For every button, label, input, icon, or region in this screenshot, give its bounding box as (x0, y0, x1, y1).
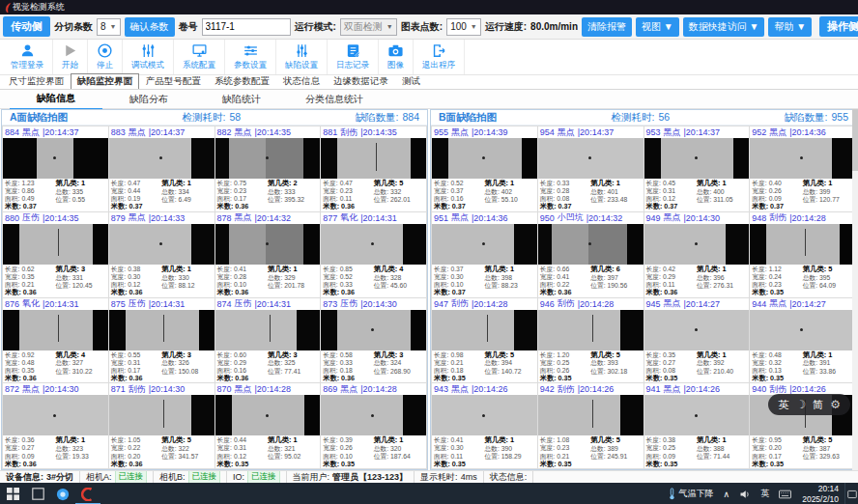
defect-cell[interactable]: 879 黑点 |20:14:33 长度: 0.38 宽度: 0.30 面积: 0… (109, 212, 214, 297)
defect-settings-button[interactable]: 缺陷设置 (276, 40, 328, 74)
task-view-button[interactable] (25, 483, 50, 504)
taskbar-clock[interactable]: 20:14 2025/2/10 (796, 484, 844, 504)
help-menu-button[interactable]: 帮助 ▼ (768, 17, 812, 37)
weather-widget[interactable]: 气温下降 (663, 483, 719, 504)
defect-cell[interactable]: 875 压伤 |20:14:31 长度: 0.55 宽度: 0.31 面积: 0… (109, 298, 214, 383)
defect-thumbnail[interactable] (215, 310, 321, 350)
defect-thumbnail[interactable] (215, 138, 321, 179)
defect-thumbnail[interactable] (109, 138, 214, 179)
tray-chevron-button[interactable]: ∧ (719, 483, 735, 504)
defect-cell[interactable]: 872 黑点 |20:14:30 长度: 0.36 宽度: 0.27 面积: 0… (3, 383, 108, 468)
log-record-button[interactable]: 日志记录 (328, 40, 379, 74)
defect-thumbnail[interactable] (109, 224, 214, 265)
defect-thumbnail[interactable] (3, 138, 108, 179)
tab-test[interactable]: 测试 (395, 73, 427, 89)
action-center-button[interactable] (844, 483, 858, 504)
defect-thumbnail[interactable] (432, 138, 537, 179)
debug-mode-button[interactable]: 调试模式 (123, 40, 174, 74)
defect-cell[interactable]: 949 黑点 |20:14:30 长度: 0.42 宽度: 0.29 面积: 0… (644, 212, 750, 297)
defect-cell[interactable]: 881 刮伤 |20:14:35 长度: 0.47 宽度: 0.23 面积: 0… (321, 126, 426, 211)
defect-thumbnail[interactable] (321, 224, 426, 265)
defect-thumbnail[interactable] (538, 138, 644, 179)
defect-thumbnail[interactable] (321, 395, 426, 435)
slit-count-select[interactable]: 8▼ (97, 18, 121, 36)
defect-thumbnail[interactable] (321, 138, 426, 179)
defect-thumbnail[interactable] (432, 224, 537, 265)
image-button[interactable]: 图像 (379, 40, 414, 74)
defect-thumbnail[interactable] (644, 310, 750, 350)
defect-cell[interactable]: 869 黑点 |20:14:28 长度: 0.39 宽度: 0.26 面积: 0… (321, 383, 426, 468)
defect-cell[interactable]: 871 刮伤 |20:14:30 长度: 1.05 宽度: 0.22 面积: 0… (109, 383, 214, 468)
defect-cell[interactable]: 882 黑点 |20:14:35 长度: 0.75 宽度: 0.23 面积: 0… (215, 126, 321, 211)
inspection-app-taskbar-button[interactable] (75, 483, 100, 504)
defect-thumbnail[interactable] (750, 224, 855, 265)
defect-thumbnail[interactable] (644, 395, 750, 435)
defect-cell[interactable]: 945 黑点 |20:14:27 长度: 0.35 宽度: 0.27 面积: 0… (644, 298, 750, 383)
tab-size-monitor[interactable]: 尺寸监控界面 (2, 73, 71, 89)
defect-cell[interactable]: 947 刮伤 |20:14:28 长度: 0.98 宽度: 0.21 面积: 0… (432, 298, 537, 383)
defect-cell[interactable]: 955 黑点 |20:14:39 长度: 0.52 宽度: 0.37 面积: 0… (432, 126, 537, 211)
defect-cell[interactable]: 950 小凹坑 |20:14:32 长度: 0.66 宽度: 0.41 面积: … (538, 212, 644, 297)
defect-thumbnail[interactable] (3, 224, 108, 265)
defect-thumbnail[interactable] (432, 310, 537, 350)
tab-status-info[interactable]: 状态信息 (276, 73, 327, 89)
defect-thumbnail[interactable] (109, 310, 214, 350)
stop-button[interactable]: 停止 (88, 40, 123, 74)
subtab-defect-distribution[interactable]: 缺陷分布 (102, 90, 195, 109)
scrollbar[interactable] (852, 109, 858, 470)
scrollbar-thumb[interactable] (852, 109, 858, 171)
defect-cell[interactable]: 944 黑点 |20:14:27 长度: 0.48 宽度: 0.32 面积: 0… (750, 298, 855, 383)
ime-language-button[interactable]: 英 (756, 483, 774, 504)
defect-cell[interactable]: 953 黑点 |20:14:37 长度: 0.45 宽度: 0.31 面积: 0… (644, 126, 750, 211)
defect-cell[interactable]: 878 黑点 |20:14:32 长度: 0.41 宽度: 0.28 面积: 0… (215, 212, 321, 297)
roll-number-input[interactable] (202, 18, 291, 36)
defect-cell[interactable]: 943 黑点 |20:14:26 长度: 0.41 宽度: 0.30 面积: 0… (432, 383, 537, 468)
tab-system-param-config[interactable]: 系统参数配置 (208, 73, 276, 89)
ime-simplified-toggle[interactable]: 简 (813, 398, 823, 412)
param-settings-button[interactable]: 参数设置 (225, 40, 276, 74)
defect-thumbnail[interactable] (109, 395, 214, 435)
defect-thumbnail[interactable] (3, 310, 108, 350)
defect-thumbnail[interactable] (3, 395, 108, 435)
defect-thumbnail[interactable] (538, 310, 644, 350)
ime-toolbar[interactable]: 英 ☽ 简 ⚙ (768, 394, 850, 415)
moon-icon[interactable]: ☽ (795, 398, 806, 411)
defect-cell[interactable]: 952 黑点 |20:14:36 长度: 0.40 宽度: 0.26 面积: 0… (750, 126, 855, 211)
defect-cell[interactable]: 873 压伤 |20:14:30 长度: 0.58 宽度: 0.33 面积: 0… (321, 298, 426, 383)
defect-cell[interactable]: 877 氧化 |20:14:31 长度: 0.85 宽度: 0.52 面积: 0… (321, 212, 426, 297)
defect-cell[interactable]: 870 黑点 |20:14:28 长度: 0.44 宽度: 0.31 面积: 0… (215, 383, 321, 468)
subtab-defect-info[interactable]: 缺陷信息 (10, 89, 102, 110)
defect-cell[interactable]: 948 刮伤 |20:14:28 长度: 1.12 宽度: 0.24 面积: 0… (750, 212, 855, 297)
defect-cell[interactable]: 883 黑点 |20:14:37 长度: 0.47 宽度: 0.44 面积: 0… (109, 126, 214, 211)
login-button[interactable]: 管理登录 (2, 40, 53, 74)
defect-cell[interactable]: 954 黑点 |20:14:37 长度: 0.33 宽度: 0.28 面积: 0… (538, 126, 644, 211)
subtab-defect-statistics[interactable]: 缺陷统计 (195, 90, 288, 109)
exit-program-button[interactable]: 退出程序 (414, 40, 465, 74)
start-button[interactable] (0, 483, 25, 504)
touch-keyboard-button[interactable] (774, 483, 796, 504)
run-mode-select[interactable]: 双面检测▼ (340, 18, 397, 36)
gear-icon[interactable]: ⚙ (830, 398, 841, 411)
defect-thumbnail[interactable] (750, 310, 855, 350)
system-config-button[interactable]: 系统配置 (174, 40, 225, 74)
defect-cell[interactable]: 880 压伤 |20:14:35 长度: 0.62 宽度: 0.35 面积: 0… (3, 212, 108, 297)
defect-cell[interactable]: 884 黑点 |20:14:37 长度: 1.23 宽度: 0.86 面积: 0… (3, 126, 108, 211)
defect-cell[interactable]: 951 黑点 |20:14:36 长度: 0.37 宽度: 0.30 面积: 0… (432, 212, 537, 297)
defect-cell[interactable]: 874 压伤 |20:14:31 长度: 0.60 宽度: 0.29 面积: 0… (215, 298, 321, 383)
clear-alarm-button[interactable]: 清除报警 (582, 17, 632, 37)
defect-thumbnail[interactable] (538, 224, 644, 265)
confirm-count-button[interactable]: 确认条数 (125, 17, 175, 37)
defect-cell[interactable]: 941 黑点 |20:14:26 长度: 0.38 宽度: 0.25 面积: 0… (644, 383, 750, 468)
defect-thumbnail[interactable] (432, 395, 537, 435)
view-menu-button[interactable]: 视图 ▼ (636, 17, 679, 37)
defect-thumbnail[interactable] (644, 224, 750, 265)
tab-product-model-config[interactable]: 产品型号配置 (139, 73, 208, 89)
defect-thumbnail[interactable] (215, 395, 321, 435)
defect-thumbnail[interactable] (321, 310, 426, 350)
browser-taskbar-button[interactable] (50, 483, 75, 504)
start-button[interactable]: 开始 (53, 40, 88, 74)
defect-cell[interactable]: 876 氧化 |20:14:31 长度: 0.92 宽度: 0.48 面积: 0… (3, 298, 108, 383)
defect-thumbnail[interactable] (538, 395, 644, 435)
subtab-class-info-statistics[interactable]: 分类信息统计 (288, 90, 381, 109)
volume-button[interactable] (734, 483, 756, 504)
